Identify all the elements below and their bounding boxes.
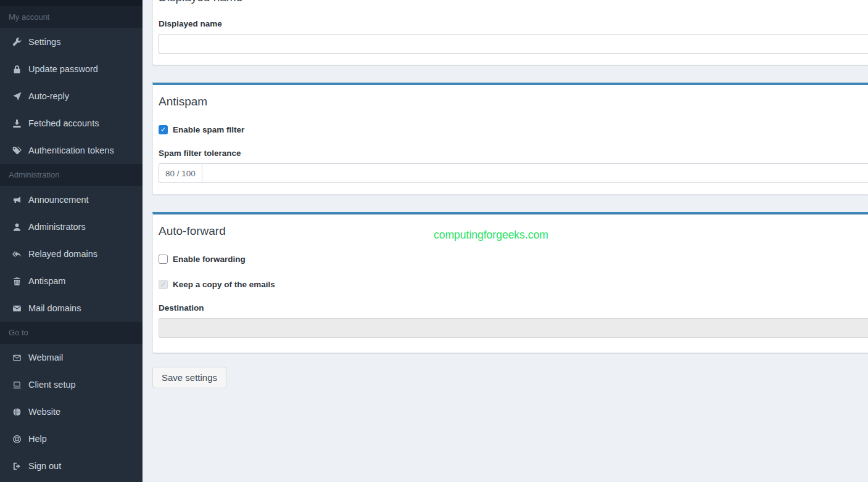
- sidebar-item-label: Mail domains: [28, 303, 81, 313]
- sidebar-item-webmail[interactable]: Webmail: [0, 344, 143, 371]
- sidebar-item-label: Sign out: [28, 461, 61, 471]
- sidebar-item-label: Antispam: [28, 276, 65, 286]
- sidebar-item-label: Fetched accounts: [28, 118, 99, 128]
- globe-icon: [12, 407, 22, 417]
- sidebar-item-sign-out[interactable]: Sign out: [0, 452, 143, 480]
- sidebar-item-label: Update password: [28, 64, 98, 74]
- sidebar-section-header-go-to: Go to: [0, 322, 143, 344]
- enable-forwarding-label: Enable forwarding: [173, 255, 246, 264]
- sidebar-item-label: Announcement: [28, 195, 89, 205]
- lock-icon: [12, 64, 22, 74]
- enable-spam-filter-label: Enable spam filter: [173, 125, 244, 134]
- spam-filter-tolerance-value: 80 / 100: [159, 163, 202, 183]
- sidebar: My account Settings Update password Auto…: [0, 0, 143, 482]
- enable-forwarding-checkbox[interactable]: [159, 255, 168, 264]
- sidebar-item-label: Webmail: [28, 353, 63, 362]
- main-content: Displayed name Displayed name Antispam ✓…: [143, 0, 868, 482]
- reply-all-icon: [12, 249, 22, 259]
- sidebar-item-label: Settings: [28, 37, 60, 47]
- sidebar-item-label: Client setup: [28, 380, 76, 390]
- laptop-icon: [12, 380, 22, 390]
- wrench-icon: [12, 37, 22, 47]
- sidebar-section-header-administration: Administration: [0, 164, 143, 186]
- sidebar-item-fetched-accounts[interactable]: Fetched accounts: [0, 110, 143, 137]
- displayed-name-input[interactable]: [159, 34, 868, 54]
- displayed-name-panel: Displayed name Displayed name: [152, 0, 868, 65]
- sign-out-icon: [12, 461, 22, 471]
- trash-icon: [12, 276, 22, 286]
- sidebar-item-label: Relayed domains: [28, 249, 97, 259]
- antispam-heading: Antispam: [159, 94, 868, 109]
- sidebar-item-auto-reply[interactable]: Auto-reply: [0, 83, 143, 110]
- destination-input: [159, 318, 868, 338]
- sidebar-item-label: Administrators: [28, 222, 86, 232]
- spam-filter-tolerance-label: Spam filter tolerance: [159, 149, 868, 158]
- envelope-icon: [12, 303, 22, 313]
- life-ring-icon: [12, 434, 22, 444]
- sidebar-section-header-my-account: My account: [0, 6, 143, 28]
- destination-label: Destination: [159, 303, 868, 313]
- sidebar-item-help[interactable]: Help: [0, 425, 143, 452]
- spam-filter-tolerance-group: 80 / 100: [159, 163, 868, 183]
- plane-icon: [12, 91, 22, 101]
- sidebar-item-administrators[interactable]: Administrators: [0, 213, 143, 240]
- sidebar-item-mail-domains[interactable]: Mail domains: [0, 295, 143, 322]
- sidebar-item-website[interactable]: Website: [0, 398, 143, 425]
- user-icon: [12, 222, 22, 232]
- sidebar-item-label: Help: [28, 434, 47, 444]
- tags-icon: [12, 145, 22, 155]
- sidebar-item-antispam[interactable]: Antispam: [0, 268, 143, 295]
- sidebar-item-relayed-domains[interactable]: Relayed domains: [0, 240, 143, 268]
- auto-forward-panel: Auto-forward Enable forwarding ✓ Keep a …: [152, 212, 868, 353]
- keep-copy-checkbox: ✓: [159, 280, 168, 289]
- sidebar-item-label: Website: [28, 407, 60, 417]
- keep-copy-row: ✓ Keep a copy of the emails: [159, 280, 868, 289]
- keep-copy-label: Keep a copy of the emails: [173, 280, 275, 289]
- antispam-panel: Antispam ✓ Enable spam filter Spam filte…: [152, 83, 868, 195]
- enable-forwarding-row: Enable forwarding: [159, 255, 868, 264]
- enable-spam-filter-row: ✓ Enable spam filter: [159, 125, 868, 134]
- bullhorn-icon: [12, 195, 22, 205]
- sidebar-item-announcement[interactable]: Announcement: [0, 186, 143, 213]
- download-icon: [12, 118, 22, 128]
- sidebar-item-label: Authentication tokens: [28, 145, 114, 155]
- save-settings-button[interactable]: Save settings: [152, 367, 226, 388]
- sidebar-item-label: Auto-reply: [28, 91, 69, 101]
- displayed-name-heading: Displayed name: [159, 0, 868, 5]
- sidebar-top-strip: [0, 0, 143, 6]
- sidebar-item-authentication-tokens[interactable]: Authentication tokens: [0, 137, 143, 164]
- enable-spam-filter-checkbox[interactable]: ✓: [159, 125, 168, 134]
- sidebar-item-update-password[interactable]: Update password: [0, 55, 143, 83]
- envelope-open-icon: [12, 353, 22, 362]
- sidebar-item-settings[interactable]: Settings: [0, 28, 143, 55]
- spam-filter-tolerance-input[interactable]: [202, 163, 868, 183]
- auto-forward-heading: Auto-forward: [159, 224, 868, 239]
- displayed-name-label: Displayed name: [159, 19, 868, 29]
- sidebar-item-client-setup[interactable]: Client setup: [0, 371, 143, 398]
